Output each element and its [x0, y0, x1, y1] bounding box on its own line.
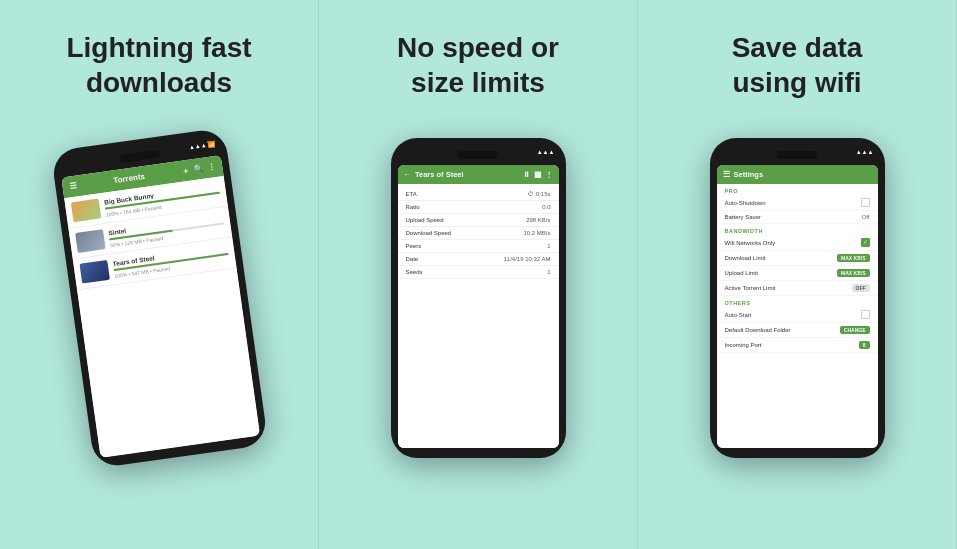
settings-row-auto-start: Auto-Start: [717, 307, 878, 323]
detail-label-upload: Upload Speed: [406, 217, 444, 223]
phone-notch-bar-2: ▲▲▲: [398, 148, 559, 162]
section-label-others: OTHERS: [717, 296, 878, 307]
settings-label-battery-saver: Battery Saver: [725, 214, 761, 220]
phone-notch-3: [777, 151, 817, 159]
detail-value-ratio: 0.0: [542, 204, 550, 210]
phone-notch-2: [458, 151, 498, 159]
settings-row-auto-shutdown: Auto-Shutdown: [717, 195, 878, 211]
settings-label-active-torrent: Active Torrent Limit: [725, 285, 776, 291]
detail-value-date: 11/4/19 10:32 AM: [503, 256, 550, 262]
settings-row-download-folder: Default Download Folder CHANGE: [717, 323, 878, 338]
panel-no-limits: No speed orsize limits ▲▲▲ ← Tears of St…: [319, 0, 638, 549]
torrent-list: Big Buck Bunny 100% • 764 MB • Paused Si…: [64, 176, 260, 458]
detail-value-peers: 1: [547, 243, 550, 249]
screen3-title: Settings: [734, 170, 764, 179]
settings-label-download-folder: Default Download Folder: [725, 327, 791, 333]
settings-label-download-limit: Download Limit: [725, 255, 766, 261]
screen2-header-icons: ⏸ ▦ ⋮: [523, 170, 553, 179]
phone-mockup-3: ▲▲▲ ☰ Settings PRO Auto-Shutdown Battery…: [710, 138, 885, 458]
add-icon: ＋: [180, 165, 189, 177]
phone-status-1: ▲▲▲ 📶: [188, 140, 215, 151]
panel1-title: Lightning fastdownloads: [66, 30, 251, 110]
search-icon: 🔍: [192, 164, 203, 174]
panel-lightning-fast: Lightning fastdownloads ▲▲▲ 📶 ☰ Torrents…: [0, 0, 319, 549]
more-icon2: ⋮: [545, 170, 553, 179]
settings-label-auto-start: Auto-Start: [725, 312, 752, 318]
panel2-title: No speed orsize limits: [397, 30, 559, 110]
settings-list: PRO Auto-Shutdown Battery Saver Off BAND…: [717, 184, 878, 448]
detail-label-ratio: Ratio: [406, 204, 420, 210]
phone-status-2: ▲▲▲: [537, 149, 555, 155]
pause-icon: ⏸: [523, 170, 531, 179]
detail-value-download: 10.2 MB/s: [523, 230, 550, 236]
settings-row-incoming-port: Incoming Port 8: [717, 338, 878, 353]
badge-active-torrent[interactable]: OFF: [852, 284, 870, 292]
phone-mockup-1: ▲▲▲ 📶 ☰ Torrents ＋ 🔍 ⋮ Big Buck Bunny: [50, 127, 268, 468]
phone-notch-bar-3: ▲▲▲: [717, 148, 878, 162]
detail-label-download: Download Speed: [406, 230, 452, 236]
detail-list: ETA ⏱ 0:15s Ratio 0.0 Upload Speed 298 K…: [398, 184, 559, 448]
hamburger-icon-3: ☰: [723, 170, 730, 179]
screen2-header: ← Tears of Steel ⏸ ▦ ⋮: [398, 165, 559, 184]
detail-label-peers: Peers: [406, 243, 422, 249]
detail-row-upload: Upload Speed 298 KB/s: [398, 214, 559, 227]
settings-label-auto-shutdown: Auto-Shutdown: [725, 200, 766, 206]
section-label-pro: PRO: [717, 184, 878, 195]
badge-download-folder[interactable]: CHANGE: [840, 326, 870, 334]
torrent-thumb-sintel: [75, 229, 106, 253]
detail-value-upload: 298 KB/s: [526, 217, 550, 223]
screen1-header-icons: ＋ 🔍 ⋮: [180, 161, 215, 177]
torrent-thumb-bunny: [70, 199, 101, 223]
checkbox-wifi-only[interactable]: [861, 238, 870, 247]
phone-mockup-2: ▲▲▲ ← Tears of Steel ⏸ ▦ ⋮ ETA ⏱ 0:15s R…: [391, 138, 566, 458]
hamburger-icon: ☰: [69, 181, 77, 191]
badge-upload-limit[interactable]: MAX KB/S: [837, 269, 869, 277]
detail-label-eta: ETA: [406, 191, 417, 197]
section-label-bandwidth: BANDWIDTH: [717, 224, 878, 235]
detail-row-download: Download Speed 10.2 MB/s: [398, 227, 559, 240]
phone-screen-1: ☰ Torrents ＋ 🔍 ⋮ Big Buck Bunny 1: [61, 155, 260, 458]
phone-screen-2: ← Tears of Steel ⏸ ▦ ⋮ ETA ⏱ 0:15s Ratio…: [398, 165, 559, 448]
phone-screen-3: ☰ Settings PRO Auto-Shutdown Battery Sav…: [717, 165, 878, 448]
checkbox-auto-start[interactable]: [861, 310, 870, 319]
detail-value-eta: ⏱ 0:15s: [528, 191, 550, 197]
phone-status-3: ▲▲▲: [856, 149, 874, 155]
settings-row-download-limit: Download Limit MAX KB/S: [717, 251, 878, 266]
settings-row-upload-limit: Upload Limit MAX KB/S: [717, 266, 878, 281]
settings-row-wifi-only: Wifi Networks Only: [717, 235, 878, 251]
detail-row-seeds: Seeds 1: [398, 266, 559, 279]
detail-label-date: Date: [406, 256, 419, 262]
screen1-title: Torrents: [112, 172, 145, 185]
settings-label-upload-limit: Upload Limit: [725, 270, 758, 276]
detail-row-eta: ETA ⏱ 0:15s: [398, 188, 559, 201]
back-icon: ←: [404, 170, 412, 179]
detail-value-seeds: 1: [547, 269, 550, 275]
screen2-title: Tears of Steel: [415, 170, 464, 179]
detail-row-ratio: Ratio 0.0: [398, 201, 559, 214]
detail-row-date: Date 11/4/19 10:32 AM: [398, 253, 559, 266]
detail-label-seeds: Seeds: [406, 269, 423, 275]
settings-label-incoming-port: Incoming Port: [725, 342, 762, 348]
phone-notch-1: [119, 150, 160, 163]
list-icon: ▦: [534, 170, 542, 179]
battery-saver-value: Off: [862, 214, 870, 220]
detail-row-peers: Peers 1: [398, 240, 559, 253]
settings-label-wifi-only: Wifi Networks Only: [725, 240, 776, 246]
torrent-thumb-steel: [79, 260, 110, 284]
settings-row-active-torrent: Active Torrent Limit OFF: [717, 281, 878, 296]
badge-download-limit[interactable]: MAX KB/S: [837, 254, 869, 262]
badge-incoming-port[interactable]: 8: [859, 341, 870, 349]
panel3-title: Save datausing wifi: [732, 30, 863, 110]
more-icon: ⋮: [206, 162, 215, 172]
screen3-header: ☰ Settings: [717, 165, 878, 184]
checkbox-auto-shutdown[interactable]: [861, 198, 870, 207]
panel-save-data: Save datausing wifi ▲▲▲ ☰ Settings PRO A…: [638, 0, 957, 549]
settings-row-battery-saver: Battery Saver Off: [717, 211, 878, 224]
